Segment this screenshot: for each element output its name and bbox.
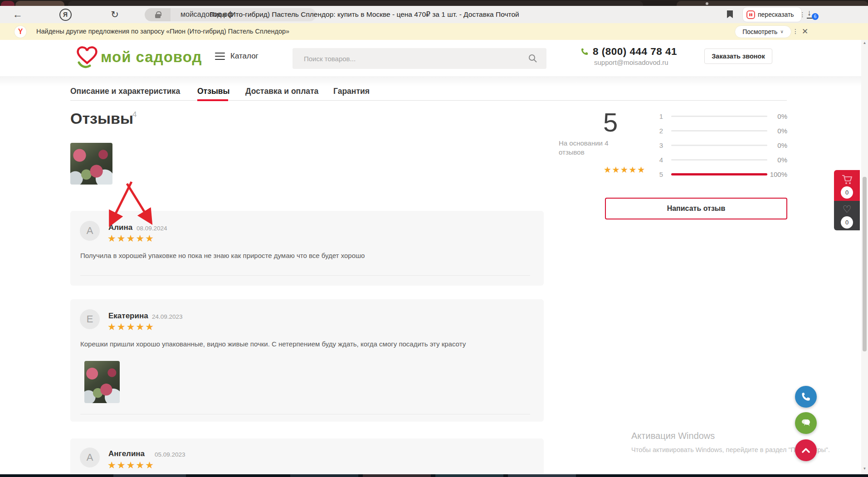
average-stars: ★★★★★ [604,165,646,175]
scrollbar-up-icon[interactable]: ▲ [861,41,868,45]
scrollbar-down-icon[interactable]: ▼ [861,467,868,471]
card-divider [80,414,530,414]
card-divider [80,275,530,276]
avatar: А [80,221,100,241]
back-icon[interactable]: ← [10,6,25,23]
review-date: 24.09.2023 [152,313,183,320]
header-shadow [0,76,868,86]
search-icon[interactable] [528,54,537,63]
browser-tab[interactable] [15,1,64,6]
chat-icon [800,418,812,428]
chevron-up-icon [801,447,811,453]
windows-taskbar-sliver [0,474,868,477]
browser-toolbar: ← Я ↻ мойсадовод.рф Пион (Ито-гибрид) Па… [0,6,868,23]
review-stars: ★★★★★ [107,233,155,244]
cart-icon [841,174,853,185]
retell-icon [746,10,755,19]
phone-block[interactable]: 8 (800) 444 78 41 [580,46,677,58]
browser-tab[interactable] [677,1,868,6]
scrollbar-thumb[interactable] [863,177,867,351]
reviews-heading: Отзывы [70,110,133,127]
hamburger-icon [215,53,225,60]
search-input[interactable] [293,55,528,63]
review-text: Корешки пришли хорошо упакованные, видно… [80,340,525,348]
avatar: А [80,448,100,467]
phone-number: 8 (800) 444 78 41 [593,46,677,58]
yandex-icon: Y [15,26,26,38]
favorites-button[interactable]: ♡ 0 [834,201,860,230]
average-rating: 5 [603,107,621,137]
catalog-button[interactable]: Каталог [215,52,258,61]
order-call-button[interactable]: Заказать звонок [704,49,772,64]
logo-text: мой садовод [101,49,202,66]
refresh-icon[interactable]: ↻ [107,6,122,23]
rating-bar-row: 3 0% [653,138,787,152]
rating-based-on: На основании 4 отзывов [559,139,613,157]
review-date: 05.09.2023 [155,451,185,458]
avatar: Е [80,309,100,329]
review-card: А Алина 08.09.2024 ★★★★★ Получила в хоро… [70,211,544,286]
review-photo-thumbnail[interactable] [84,361,120,403]
review-text: Получила в хорошей упаковке но пока не з… [80,252,525,259]
reviewer-name: Алина [108,223,132,232]
chevron-down-icon: ∨ [780,29,783,34]
review-date: 08.09.2024 [137,225,167,232]
browser-window: ← Я ↻ мойсадовод.рф Пион (Ито-гибрид) Па… [0,0,868,477]
notification-menu-icon[interactable]: ⋮ [792,23,799,40]
tab-reviews[interactable]: Отзывы [197,87,230,96]
review-card: А Ангелина 05.09.2023 ★★★★★ [70,438,544,477]
scrollbar[interactable]: ▲ ▼ [861,40,868,474]
write-review-button[interactable]: Написать отзыв [605,198,787,219]
heart-icon: ♡ [834,204,860,215]
reviews-count: 4 [132,110,137,119]
rating-bar-row: 5 100% [653,167,787,181]
rating-bar-row: 4 0% [653,152,787,167]
tab-favicon [706,2,708,5]
reviewer-name: Ангелина [108,449,145,458]
view-offers-button[interactable]: Посмотреть ∨ [735,25,791,38]
tab-warranty[interactable]: Гарантия [333,87,370,96]
review-stars: ★★★★★ [107,321,155,332]
favorites-count-badge: 0 [841,216,853,229]
rating-bar-row: 2 0% [653,123,787,138]
browser-tab[interactable] [1,1,15,6]
chat-float-button[interactable] [795,412,817,434]
heart-logo-icon [75,44,99,70]
browser-tab-active[interactable] [68,1,643,6]
phone-icon [580,48,589,56]
scroll-top-float-button[interactable] [795,439,817,461]
cart-count-badge: 0 [841,186,853,199]
lock-icon[interactable] [145,8,171,21]
windows-activation-title: Активация Windows [631,431,715,441]
tab-delivery[interactable]: Доставка и оплата [245,87,318,96]
tab-description[interactable]: Описание и характеристика [70,87,180,96]
review-photo-thumbnail[interactable] [70,143,112,185]
notification-close-icon[interactable]: ✕ [802,23,808,40]
site-logo[interactable]: мой садовод [75,44,202,70]
browser-tabstrip [0,0,868,6]
page-title: Пион (Ито-гибрид) Пастель Сплендор: купи… [210,6,519,23]
notification-text: Найдены другие предложения по запросу «П… [36,23,289,40]
active-tab-underline [197,99,228,101]
review-stars: ★★★★★ [107,460,155,471]
search-box [293,48,546,69]
callback-float-button[interactable] [795,386,817,408]
review-card: Е Екатерина 24.09.2023 ★★★★★ Корешки при… [70,299,544,422]
offers-notification-bar: Y Найдены другие предложения по запросу … [0,23,868,40]
rating-bar-row: 1 0% [653,109,787,123]
retell-button[interactable]: пересказать ⋮ [742,7,802,22]
reviewer-name: Екатерина [108,312,148,321]
site-header: мой садовод Каталог 8 (800) 444 78 41 su… [0,40,868,77]
phone-icon [801,392,811,402]
cart-button[interactable]: 0 [834,170,860,201]
downloads-badge: 6 [812,13,819,20]
yandex-browser-icon[interactable]: Я [58,6,73,23]
support-email[interactable]: support@moisadovod.ru [594,58,668,66]
bookmark-icon[interactable] [724,6,736,23]
downloads-button[interactable]: ↓ 6 [804,7,819,22]
tabs-divider [70,100,787,101]
